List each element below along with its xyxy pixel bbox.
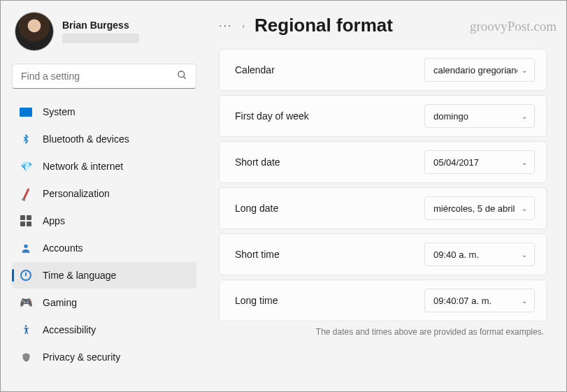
setting-row-long-date: Long date miércoles, 5 de abril d ⌄	[219, 187, 547, 229]
long-time-dropdown[interactable]: 09:40:07 a. m. ⌄	[424, 289, 535, 312]
sidebar-item-personalization[interactable]: Personalization	[12, 180, 196, 207]
brush-icon	[19, 187, 33, 201]
first-day-dropdown[interactable]: domingo ⌄	[424, 104, 535, 128]
settings-list: Calendar calendario gregoriano ⌄ First d…	[219, 49, 547, 321]
bluetooth-icon	[19, 132, 33, 146]
dropdown-value: 09:40:07 a. m.	[433, 296, 491, 306]
gamepad-icon: 🎮	[19, 296, 33, 310]
setting-row-calendar: Calendar calendario gregoriano ⌄	[219, 49, 547, 91]
sidebar-item-time-language[interactable]: Time & language	[12, 262, 196, 289]
sidebar-item-label: Network & internet	[43, 161, 123, 172]
profile-block[interactable]: Brian Burgess	[12, 12, 196, 51]
setting-row-long-time: Long time 09:40:07 a. m. ⌄	[219, 280, 547, 321]
setting-label: Short date	[235, 157, 280, 168]
sidebar-item-label: Apps	[43, 215, 65, 226]
setting-row-first-day: First day of week domingo ⌄	[219, 95, 547, 137]
setting-label: Short time	[235, 249, 280, 260]
setting-row-short-date: Short date 05/04/2017 ⌄	[219, 141, 547, 183]
sidebar-item-privacy[interactable]: Privacy & security	[12, 344, 196, 370]
sidebar-item-label: Time & language	[43, 270, 116, 281]
wifi-icon: 💎	[19, 159, 33, 173]
setting-label: Long date	[235, 203, 278, 214]
setting-label: Calendar	[235, 64, 275, 75]
svg-point-3	[25, 325, 27, 327]
page-title: Regional format	[254, 15, 393, 36]
setting-label: First day of week	[235, 110, 309, 122]
sidebar-item-system[interactable]: System	[12, 99, 196, 125]
sidebar-item-accessibility[interactable]: Accessibility	[12, 317, 196, 343]
search-input[interactable]	[21, 71, 177, 82]
sidebar-item-label: Privacy & security	[43, 351, 120, 363]
chevron-right-icon: ›	[242, 22, 245, 30]
profile-email-redacted	[62, 34, 139, 43]
sidebar: Brian Burgess System Bluetooth & devices	[1, 1, 203, 391]
svg-point-0	[178, 71, 185, 78]
profile-name: Brian Burgess	[62, 20, 139, 31]
sidebar-item-gaming[interactable]: 🎮 Gaming	[12, 289, 196, 316]
dropdown-value: 09:40 a. m.	[433, 249, 479, 260]
apps-icon	[19, 214, 33, 228]
sidebar-item-label: Accessibility	[43, 324, 96, 335]
sidebar-item-accounts[interactable]: Accounts	[12, 235, 196, 261]
dropdown-value: calendario gregoriano	[433, 65, 517, 75]
avatar	[15, 12, 54, 51]
sidebar-item-network[interactable]: 💎 Network & internet	[12, 153, 196, 180]
sidebar-item-label: Personalization	[43, 188, 110, 199]
chevron-down-icon: ⌄	[522, 66, 527, 74]
clock-globe-icon	[19, 268, 33, 282]
chevron-down-icon: ⌄	[522, 251, 527, 259]
shield-icon	[19, 350, 33, 364]
short-date-dropdown[interactable]: 05/04/2017 ⌄	[424, 150, 535, 174]
sidebar-item-bluetooth[interactable]: Bluetooth & devices	[12, 126, 196, 152]
sidebar-item-label: System	[43, 106, 76, 117]
breadcrumb: ··· › Regional format	[219, 15, 547, 36]
accessibility-icon	[19, 323, 33, 337]
search-icon	[177, 70, 187, 82]
chevron-down-icon: ⌄	[522, 297, 527, 305]
svg-point-2	[24, 245, 27, 248]
chevron-down-icon: ⌄	[522, 205, 527, 212]
nav-list: System Bluetooth & devices 💎 Network & i…	[12, 99, 196, 370]
setting-label: Long time	[235, 295, 278, 306]
search-box[interactable]	[12, 64, 196, 89]
sidebar-item-label: Gaming	[43, 297, 77, 308]
main-content: groovyPost.com ··· › Regional format Cal…	[203, 1, 566, 391]
breadcrumb-more-icon[interactable]: ···	[219, 20, 232, 32]
system-icon	[19, 105, 33, 119]
dropdown-value: 05/04/2017	[433, 157, 479, 168]
dropdown-value: miércoles, 5 de abril d	[433, 203, 517, 214]
sidebar-item-label: Accounts	[43, 242, 83, 254]
footnote-text: The dates and times above are provided a…	[219, 327, 547, 337]
short-time-dropdown[interactable]: 09:40 a. m. ⌄	[424, 242, 535, 266]
sidebar-item-apps[interactable]: Apps	[12, 208, 196, 234]
dropdown-value: domingo	[433, 111, 468, 122]
calendar-dropdown[interactable]: calendario gregoriano ⌄	[424, 58, 535, 82]
chevron-down-icon: ⌄	[522, 112, 527, 120]
chevron-down-icon: ⌄	[522, 159, 527, 166]
long-date-dropdown[interactable]: miércoles, 5 de abril d ⌄	[424, 196, 535, 220]
sidebar-item-label: Bluetooth & devices	[43, 133, 129, 145]
svg-line-1	[183, 76, 185, 78]
setting-row-short-time: Short time 09:40 a. m. ⌄	[219, 233, 547, 275]
person-icon	[19, 241, 33, 255]
